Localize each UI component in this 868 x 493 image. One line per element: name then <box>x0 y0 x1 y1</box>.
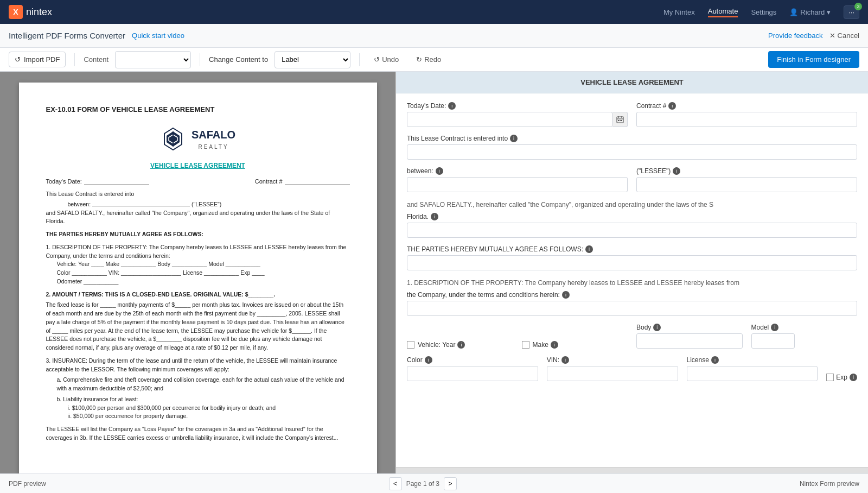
pdf-today-date-line <box>84 178 149 185</box>
model-label: Model i <box>751 324 858 331</box>
page-indicator: Page 1 of 3 <box>406 480 439 488</box>
form-lease-intro-group: This Lease Contract is entered into i <box>407 135 857 160</box>
vin-info-icon[interactable]: i <box>561 356 569 364</box>
import-pdf-button[interactable]: ↺ Import PDF <box>9 52 66 67</box>
calendar-icon[interactable] <box>612 112 628 127</box>
parties-info-icon[interactable]: i <box>585 245 593 253</box>
safalo-company-name: SAFALO REALTY <box>192 127 235 151</box>
company-terms-label: the Company, under the terms and conditi… <box>407 291 857 299</box>
model-info-icon[interactable]: i <box>771 324 778 331</box>
toolbar-divider-3 <box>359 53 360 66</box>
form-panel[interactable]: VEHICLE LEASE AGREEMENT Today's Date: i <box>396 72 868 473</box>
exp-label: Exp i <box>836 374 857 381</box>
quick-start-link[interactable]: Quick start video <box>132 31 184 40</box>
safalo-text-block: and SAFALO REALTY., hereinafter called "… <box>407 200 857 210</box>
body-input[interactable] <box>636 333 743 349</box>
redo-label: Redo <box>424 55 441 64</box>
vehicle-year-checkbox[interactable] <box>407 341 414 349</box>
license-input[interactable] <box>687 366 818 381</box>
contract-num-input[interactable] <box>636 112 857 127</box>
pdf-footer-text: The LESSEE will list the Company as "Los… <box>46 425 350 443</box>
form-florida-row: Florida. i <box>407 213 857 238</box>
cancel-label: Cancel <box>838 31 859 40</box>
body-info-icon[interactable]: i <box>653 324 661 331</box>
pdf-scroll-area[interactable]: EX-10.01 FORM OF VEHICLE LEASE AGREEMENT… <box>0 72 395 473</box>
florida-input[interactable] <box>407 223 857 238</box>
make-label: Make i <box>533 341 628 349</box>
lessee-input[interactable] <box>636 177 857 192</box>
change-content-select[interactable]: Label <box>275 51 350 68</box>
model-input[interactable] <box>751 333 795 349</box>
contract-num-label: Contract # i <box>636 102 857 110</box>
user-chevron-icon: ▾ <box>827 8 831 16</box>
today-date-input[interactable] <box>407 112 612 127</box>
cancel-button[interactable]: ✕ Cancel <box>829 31 859 40</box>
color-info-icon[interactable]: i <box>425 356 432 364</box>
user-menu[interactable]: 👤 Richard ▾ <box>789 8 831 16</box>
form-preview-label: Nintex Form preview <box>800 480 859 488</box>
form-florida-group: Florida. i <box>407 213 857 238</box>
contract-num-info-icon[interactable]: i <box>668 102 676 110</box>
company-terms-input[interactable] <box>407 301 857 316</box>
more-options-button[interactable]: ··· 3 <box>844 5 859 19</box>
form-company-terms-row: the Company, under the terms and conditi… <box>407 291 857 316</box>
refresh-icon: ↺ <box>15 55 21 64</box>
between-label: between: i <box>407 167 628 175</box>
company-terms-info-icon[interactable]: i <box>562 291 570 299</box>
prev-page-button[interactable]: < <box>389 477 402 490</box>
parties-label: THE PARTIES HEREBY MUTUALLY AGREE AS FOL… <box>407 245 857 253</box>
sub-header: Intelligent PDF Forms Converter Quick st… <box>0 24 868 48</box>
user-name: Richard <box>800 8 825 16</box>
pdf-today-date-field: Today's Date: <box>46 177 149 186</box>
lessee-info-icon[interactable]: i <box>673 167 680 175</box>
next-page-button[interactable]: > <box>444 477 457 490</box>
nav-settings[interactable]: Settings <box>751 8 776 16</box>
nintex-x-logo: X <box>9 5 23 19</box>
desc-text-block: 1. DESCRIPTION OF THE PROPERTY: The Comp… <box>407 278 857 288</box>
sub-header-right: Provide feedback ✕ Cancel <box>768 31 859 40</box>
exp-info-icon[interactable]: i <box>850 374 857 381</box>
exp-check-group: Exp i <box>826 356 857 381</box>
svg-rect-4 <box>617 117 623 123</box>
svg-rect-8 <box>618 120 619 121</box>
feedback-link[interactable]: Provide feedback <box>768 31 822 40</box>
undo-label: Undo <box>382 55 399 64</box>
redo-button[interactable]: ↻ Redo <box>411 52 446 67</box>
between-input[interactable] <box>407 177 628 192</box>
make-info-icon[interactable]: i <box>551 341 558 349</box>
body-label: Body i <box>636 324 743 331</box>
redo-icon: ↻ <box>416 55 422 64</box>
make-checkbox[interactable] <box>522 341 529 349</box>
lease-intro-info-icon[interactable]: i <box>510 135 518 142</box>
form-between-lessee-row: between: i ("LESSEE") i <box>407 167 857 192</box>
vehicle-year-info-icon[interactable]: i <box>457 341 465 349</box>
form-horizontal-scrollbar[interactable] <box>396 467 868 473</box>
lease-intro-input[interactable] <box>407 144 857 160</box>
undo-button[interactable]: ↺ Undo <box>368 52 404 67</box>
florida-label: Florida. i <box>407 213 857 220</box>
today-date-label: Today's Date: i <box>407 102 628 110</box>
svg-rect-9 <box>620 120 621 121</box>
vehicle-year-check-group: Vehicle: Year i <box>407 324 513 349</box>
today-date-info-icon[interactable]: i <box>448 102 456 110</box>
form-vehicle-row1: Vehicle: Year i Make i <box>407 324 857 349</box>
pdf-parties-text: THE PARTIES HEREBY MUTUALLY AGREE AS FOL… <box>46 230 350 239</box>
undo-icon: ↺ <box>374 55 380 64</box>
parties-input[interactable] <box>407 255 857 270</box>
pdf-date-contract-row: Today's Date: Contract # <box>46 177 350 186</box>
pdf-doc-title: EX-10.01 FORM OF VEHICLE LEASE AGREEMENT <box>46 104 350 115</box>
between-info-icon[interactable]: i <box>436 167 443 175</box>
form-model-group: Model i <box>751 324 858 349</box>
vin-label: VIN: i <box>547 356 678 364</box>
nav-automate[interactable]: Automate <box>708 7 738 17</box>
florida-info-icon[interactable]: i <box>431 213 438 220</box>
exp-checkbox[interactable] <box>826 374 834 381</box>
finish-in-form-designer-button[interactable]: Finish in Form designer <box>768 51 859 68</box>
content-select[interactable] <box>115 51 191 68</box>
vin-input[interactable] <box>547 366 678 381</box>
color-input[interactable] <box>407 366 538 381</box>
nav-my-nintex[interactable]: My Nintex <box>663 8 695 16</box>
form-header: VEHICLE LEASE AGREEMENT <box>396 72 868 93</box>
form-parties-row: THE PARTIES HEREBY MUTUALLY AGREE AS FOL… <box>407 245 857 270</box>
license-info-icon[interactable]: i <box>711 356 719 364</box>
